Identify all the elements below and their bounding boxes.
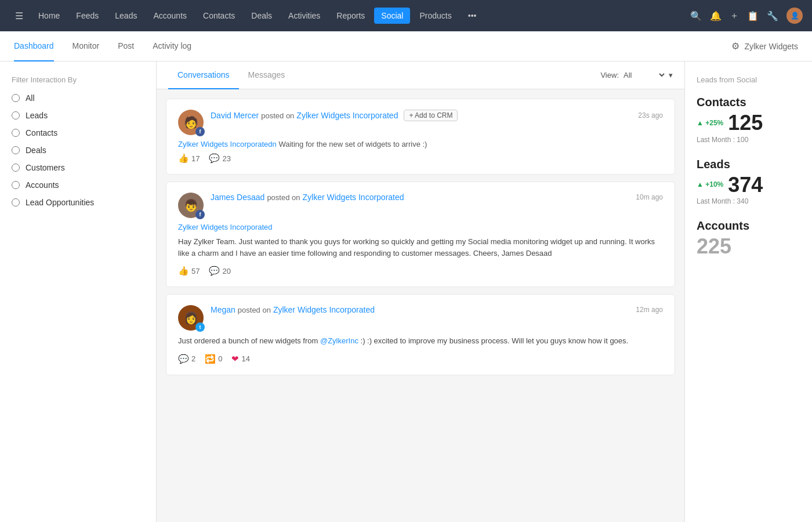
comment-action-2[interactable]: 💬 20 [209, 266, 230, 276]
post-on-1: posted on [261, 111, 294, 120]
nav-item-reports[interactable]: Reports [329, 8, 372, 24]
mention-3[interactable]: @ZylkerInc [320, 336, 358, 345]
post-author-line-3: Megan posted on Zylker Widgets Incorpora… [211, 305, 663, 314]
sub-tab-monitor[interactable]: Monitor [72, 31, 100, 61]
nav-item-contacts[interactable]: Contacts [196, 8, 242, 24]
post-source-name-2[interactable]: Zylker Widgets Incorporated [178, 223, 273, 231]
center-tabs: Conversations Messages View: All Faceboo… [157, 61, 684, 89]
filter-accounts[interactable]: Accounts [12, 180, 144, 190]
comment-icon-1: 💬 [209, 153, 220, 164]
filter-leads-label: Leads [26, 111, 48, 120]
filter-lead-opportunities[interactable]: Lead Opportunities [12, 198, 144, 207]
post-author-line-1: David Mercer posted on Zylker Widgets In… [211, 110, 663, 121]
post-actions-2: 👍 57 💬 20 [178, 266, 663, 276]
post-author-1[interactable]: David Mercer [211, 111, 259, 120]
view-select[interactable]: All Facebook Twitter Instagram [621, 70, 666, 80]
stat-leads-row: ▲ +10% 374 [697, 173, 800, 197]
view-control: View: All Facebook Twitter Instagram ▾ [600, 70, 673, 80]
filter-title: Filter Interaction By [12, 75, 144, 84]
hamburger-icon[interactable]: ☰ [9, 7, 29, 25]
post-source-name-1[interactable]: Zylker Widgets Incorporatedn [178, 140, 277, 148]
post-card-2: 👦 f James Desaad posted on Zylker Widget… [166, 182, 675, 287]
post-author-3[interactable]: Megan [211, 305, 235, 314]
like-action-3[interactable]: ❤ 14 [231, 354, 249, 364]
bell-icon[interactable]: 🔔 [710, 10, 722, 21]
nav-item-products[interactable]: Products [412, 8, 458, 24]
post-target-3[interactable]: Zylker Widgets Incorporated [273, 305, 375, 314]
nav-item-more[interactable]: ••• [461, 8, 484, 24]
up-arrow-leads: ▲ [697, 180, 704, 188]
filter-all[interactable]: All [12, 93, 144, 103]
filter-deals-label: Deals [26, 146, 46, 155]
reply-count-3: 2 [191, 354, 195, 363]
thumbs-up-icon-2: 👍 [178, 266, 189, 276]
tab-messages[interactable]: Messages [239, 61, 295, 89]
nav-item-social[interactable]: Social [374, 8, 410, 24]
settings-icon[interactable]: 🔧 [767, 10, 778, 21]
facebook-badge-2: f [195, 210, 205, 219]
post-author-2[interactable]: James Desaad [211, 193, 264, 202]
filter-lead-opportunities-label: Lead Opportunities [26, 198, 94, 207]
post-meta-1: David Mercer posted on Zylker Widgets In… [211, 110, 663, 121]
accounts-number: 225 [697, 235, 800, 258]
contacts-last-month: Last Month : 100 [697, 136, 800, 144]
post-target-1[interactable]: Zylker Widgets Incorporated [296, 111, 398, 120]
left-sidebar: Filter Interaction By All Leads Contacts… [0, 61, 157, 522]
sub-tab-post[interactable]: Post [118, 31, 134, 61]
top-nav-icons: 🔍 🔔 ＋ 📋 🔧 👤 [690, 8, 803, 24]
main-content: Filter Interaction By All Leads Contacts… [0, 61, 812, 522]
post-source-text-1: Waiting for the new set of widgets to ar… [278, 140, 427, 148]
stat-leads-label: Leads [697, 158, 800, 171]
leads-last-month: Last Month : 340 [697, 197, 800, 205]
filter-contacts[interactable]: Contacts [12, 128, 144, 137]
filter-deals[interactable]: Deals [12, 146, 144, 155]
filter-leads[interactable]: Leads [12, 111, 144, 120]
right-panel: Leads from Social Contacts ▲ +25% 125 La… [684, 61, 812, 522]
like-count-1: 17 [191, 154, 200, 163]
nav-item-feeds[interactable]: Feeds [69, 8, 106, 24]
user-avatar[interactable]: 👤 [786, 8, 803, 24]
bookmark-icon[interactable]: 📋 [747, 10, 759, 21]
like-action-2[interactable]: 👍 57 [178, 266, 200, 276]
nav-item-accounts[interactable]: Accounts [146, 8, 194, 24]
search-icon[interactable]: 🔍 [690, 10, 702, 21]
comment-action-1[interactable]: 💬 23 [209, 153, 230, 164]
sub-tab-activitylog[interactable]: Activity log [153, 31, 191, 61]
add-crm-button-1[interactable]: + Add to CRM [404, 110, 458, 121]
nav-item-deals[interactable]: Deals [244, 8, 279, 24]
stat-accounts: Accounts 225 [697, 219, 800, 258]
post-source-line-1: Zylker Widgets Incorporatedn Waiting for… [178, 140, 663, 148]
reply-icon-3: 💬 [178, 354, 189, 364]
nav-item-home[interactable]: Home [31, 8, 67, 24]
heart-icon-3: ❤ [231, 354, 239, 364]
contacts-change: ▲ +25% [697, 119, 723, 127]
center-panel: Conversations Messages View: All Faceboo… [157, 61, 684, 522]
comment-count-1: 23 [222, 154, 230, 163]
retweet-action-3[interactable]: 🔁 0 [205, 354, 222, 364]
post-target-2[interactable]: Zylker Widgets Incorporated [303, 193, 404, 202]
retweet-count-3: 0 [218, 354, 222, 363]
post-body-2: Hay Zylker Team. Just wanted to thank yo… [178, 236, 663, 259]
tab-conversations[interactable]: Conversations [168, 61, 239, 89]
facebook-badge-1: f [195, 127, 205, 136]
twitter-badge-3: t [195, 322, 205, 332]
up-arrow-contacts: ▲ [697, 119, 704, 127]
post-on-2: posted on [267, 193, 300, 202]
stat-contacts-row: ▲ +25% 125 [697, 111, 800, 135]
stat-contacts-label: Contacts [697, 96, 800, 109]
nav-item-activities[interactable]: Activities [281, 8, 327, 24]
nav-item-leads[interactable]: Leads [108, 8, 144, 24]
right-panel-title: Leads from Social [697, 75, 800, 84]
like-count-2: 57 [191, 267, 200, 276]
posts-container: 🧑 f David Mercer posted on Zylker Widget… [157, 89, 684, 385]
post-meta-3: Megan posted on Zylker Widgets Incorpora… [211, 305, 663, 314]
filter-customers[interactable]: Customers [12, 163, 144, 172]
post-card-3: 👩 t Megan posted on Zylker Widgets Incor… [166, 294, 675, 375]
sub-tab-dashboard[interactable]: Dashboard [14, 31, 54, 61]
gear-icon[interactable]: ⚙ [731, 41, 740, 52]
plus-icon[interactable]: ＋ [730, 10, 739, 22]
stat-accounts-label: Accounts [697, 219, 800, 233]
reply-action-3[interactable]: 💬 2 [178, 354, 195, 364]
retweet-icon-3: 🔁 [205, 354, 216, 364]
like-action-1[interactable]: 👍 17 [178, 153, 200, 164]
